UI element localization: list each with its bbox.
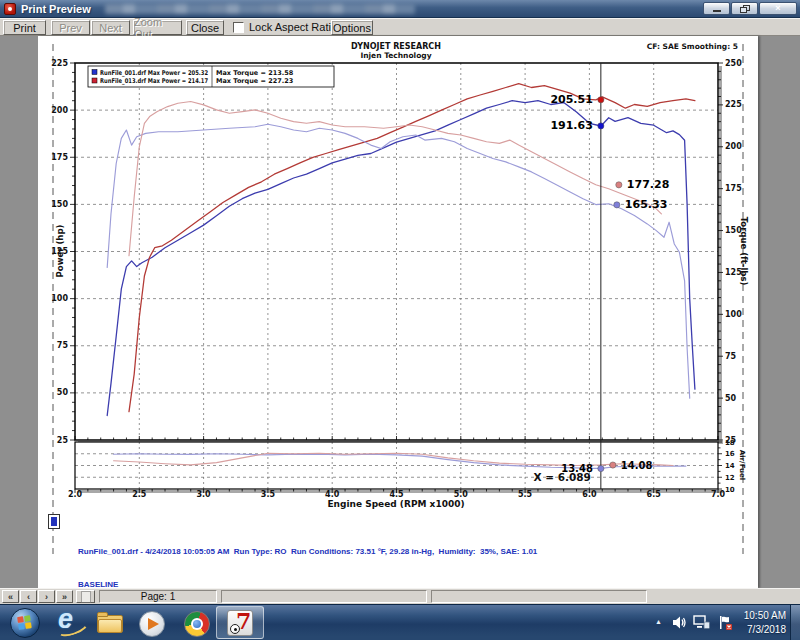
next-page-button[interactable]: › xyxy=(38,590,55,603)
zoom-out-button[interactable]: Zoom Out xyxy=(133,20,182,35)
legend-swatch xyxy=(92,78,97,83)
page-setup-button[interactable] xyxy=(76,590,95,603)
first-page-button[interactable]: « xyxy=(2,590,19,603)
power-tick-label: 50 xyxy=(57,388,69,397)
rpm-tick-label: 5.5 xyxy=(518,490,533,499)
redacted-title-text xyxy=(105,4,415,14)
torque-tick-label: 200 xyxy=(725,142,742,151)
af-tick-label: 14 xyxy=(725,462,735,470)
prev-button[interactable]: Prev xyxy=(51,20,90,35)
window-titlebar[interactable]: Print Preview × xyxy=(0,0,800,18)
torque-tick-label: 250 xyxy=(725,59,742,68)
rpm-tick-label: 3.5 xyxy=(261,490,276,499)
taskbar: e 7 ▲ xyxy=(0,604,800,640)
app-icon xyxy=(4,3,16,15)
clock-time: 10:50 AM xyxy=(726,609,786,623)
af-axis-title: Air/Fuel xyxy=(738,450,746,480)
power-tick-label: 225 xyxy=(51,59,68,68)
rpm-tick-label: 3.0 xyxy=(197,490,212,499)
status-bar: « ‹ › » Page: 1 xyxy=(0,588,800,604)
dyno-chart: DYNOJET RESEARCHInjen TechnologyCF: SAE … xyxy=(38,36,758,588)
cursor-readout-value: 177.28 xyxy=(627,178,669,191)
cursor-readout-dot xyxy=(614,202,620,208)
print-button[interactable]: Print xyxy=(3,20,46,35)
legend-label: RunFile_013.drf Max Power = 214.17 xyxy=(100,77,208,85)
restore-icon xyxy=(740,5,749,13)
torque-tick-label: 50 xyxy=(725,394,737,403)
lock-aspect-checkbox[interactable] xyxy=(233,22,244,33)
power-tick-label: 150 xyxy=(51,200,68,209)
print-preview-toolbar: Print Prev Next Zoom Out Close Lock Aspe… xyxy=(0,18,800,36)
legend-label: RunFile_001.drf Max Power = 205.32 xyxy=(100,69,208,77)
cursor-readout-dot xyxy=(610,462,616,468)
file-explorer-icon[interactable] xyxy=(96,610,124,638)
cursor-readout-value: 165.33 xyxy=(625,198,667,211)
power-tick-label: 75 xyxy=(57,341,69,350)
page-number-panel: Page: 1 xyxy=(99,590,217,603)
window-title: Print Preview xyxy=(21,3,91,15)
rpm-tick-label: 6.5 xyxy=(647,490,662,499)
options-button[interactable]: Options xyxy=(331,20,373,35)
legend-torque-label: Max Torque = 227.23 xyxy=(216,77,293,85)
windows-flag-icon xyxy=(17,615,33,631)
clock[interactable]: 10:50 AM 7/3/2018 xyxy=(726,609,786,637)
last-page-button[interactable]: » xyxy=(56,590,73,603)
preview-area: DYNOJET RESEARCHInjen TechnologyCF: SAE … xyxy=(0,36,800,588)
show-desktop-button[interactable] xyxy=(790,605,800,640)
internet-explorer-icon[interactable]: e xyxy=(56,610,84,638)
af-tick-label: 16 xyxy=(725,450,735,458)
status-panel-3 xyxy=(431,590,647,603)
chrome-icon[interactable] xyxy=(183,610,211,638)
af-tick-label: 12 xyxy=(725,474,735,482)
torque-axis-title: Torque (ft-lbs) xyxy=(739,217,749,286)
restore-button[interactable] xyxy=(731,2,758,15)
report-page: DYNOJET RESEARCHInjen TechnologyCF: SAE … xyxy=(38,36,758,588)
dynojet-app-icon: 7 xyxy=(227,610,253,636)
rpm-tick-label: 6.0 xyxy=(582,490,597,499)
torque-tick-label: 175 xyxy=(725,184,742,193)
legend-swatch xyxy=(92,70,97,75)
power-tick-label: 175 xyxy=(51,153,68,162)
page-icon xyxy=(81,591,91,603)
start-button[interactable] xyxy=(10,608,40,638)
chart-title: DYNOJET RESEARCH xyxy=(351,42,441,51)
af-tick-label: 18 xyxy=(725,439,735,447)
minimize-button[interactable] xyxy=(703,2,730,15)
clock-date: 7/3/2018 xyxy=(726,623,786,637)
lock-aspect-label: Lock Aspect Ratio xyxy=(249,21,337,33)
cursor-readout-dot xyxy=(598,465,604,471)
run-001-conditions: RunFile_001.drf - 4/24/2018 10:05:05 AM … xyxy=(78,546,748,557)
torque-tick-label: 100 xyxy=(725,310,742,319)
media-player-icon[interactable] xyxy=(138,610,166,638)
rpm-tick-label: 2.5 xyxy=(132,490,147,499)
cursor-readout-dot xyxy=(598,123,604,129)
tray-expand-icon[interactable]: ▲ xyxy=(655,618,662,625)
cursor-readout-dot xyxy=(616,182,622,188)
status-panel-2 xyxy=(221,590,427,603)
chart-subtitle: Injen Technology xyxy=(360,51,431,60)
run-001-swatch xyxy=(48,514,60,529)
x-axis-title: Engine Speed (RPM x1000) xyxy=(327,499,464,509)
next-button[interactable]: Next xyxy=(91,20,130,35)
legend-torque-label: Max Torque = 213.58 xyxy=(216,69,294,77)
close-preview-button[interactable]: Close xyxy=(186,20,224,35)
prev-page-button[interactable]: ‹ xyxy=(20,590,37,603)
cursor-readout-value: 14.08 xyxy=(621,460,653,471)
volume-icon[interactable] xyxy=(672,615,687,630)
power-axis-title: Power (hp) xyxy=(55,225,65,278)
cursor-readout-dot xyxy=(598,97,604,103)
torque-tick-label: 225 xyxy=(725,100,742,109)
minimize-icon xyxy=(713,10,721,12)
af-tick-label: 10 xyxy=(725,486,735,494)
network-icon[interactable] xyxy=(693,615,710,630)
torque-tick-label: 75 xyxy=(725,352,737,361)
close-window-button[interactable]: × xyxy=(759,2,797,15)
cursor-readout-value: 191.63 xyxy=(550,119,592,132)
rpm-tick-label: 5.0 xyxy=(454,490,469,499)
cursor-readout-value: 13.48 xyxy=(561,463,593,474)
dynojet-app-taskbar-button[interactable]: 7 xyxy=(216,606,264,639)
rpm-tick-label: 4.0 xyxy=(325,490,340,499)
power-tick-label: 100 xyxy=(51,294,68,303)
close-icon: × xyxy=(775,4,780,13)
screen: Print Preview × Print Prev Next Zoom Out… xyxy=(0,0,800,640)
